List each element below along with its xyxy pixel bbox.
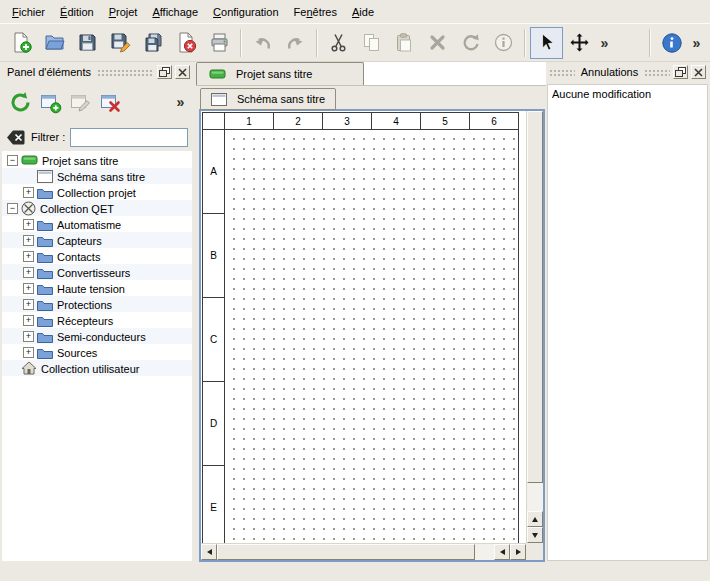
scroll-left-button[interactable] (201, 544, 217, 560)
tree-item-schema[interactable]: Schéma sans titre (2, 168, 192, 184)
save-as-icon (110, 32, 131, 53)
filter-input[interactable] (70, 128, 188, 147)
paste-button[interactable] (388, 27, 421, 59)
tree-item-collection-projet[interactable]: +Collection projet (2, 184, 192, 200)
float-dock-button[interactable] (673, 65, 688, 79)
select-cursor-icon (536, 32, 557, 53)
tab-label: Schéma sans titre (237, 93, 325, 105)
horizontal-scroll-track[interactable] (475, 544, 494, 560)
tree-item-projet[interactable]: −Projet sans titre (2, 152, 192, 168)
horizontal-scroll-thumb[interactable] (217, 544, 475, 560)
close-dock-button[interactable] (175, 65, 190, 79)
select-mode-button[interactable] (530, 27, 563, 59)
rotate-button[interactable] (454, 27, 487, 59)
tree-item-recepteurs[interactable]: +Récepteurs (2, 312, 192, 328)
menu-affichage[interactable]: Affichage (145, 2, 206, 22)
schema-icon (211, 93, 227, 106)
ruler-row: B (203, 214, 225, 298)
float-dock-button[interactable] (157, 65, 172, 79)
horizontal-scrollbar[interactable] (201, 543, 526, 560)
grid-dots[interactable] (225, 130, 519, 543)
diagram-view-frame: 1 2 3 4 5 6 A B C D E (199, 109, 545, 562)
collapse-expander-icon[interactable]: − (7, 203, 18, 214)
new-document-button[interactable] (5, 27, 38, 59)
undo-dock-titlebar[interactable]: Annulations (547, 63, 708, 81)
collapse-expander-icon[interactable]: − (7, 155, 18, 166)
vertical-scrollbar[interactable] (526, 111, 543, 543)
folder-icon (37, 218, 53, 231)
tree-item-haute-tension[interactable]: +Haute tension (2, 280, 192, 296)
expand-expander-icon[interactable]: + (23, 347, 34, 358)
move-arrows-icon (569, 32, 590, 53)
expand-expander-icon[interactable]: + (23, 187, 34, 198)
expand-expander-icon[interactable]: + (23, 219, 34, 230)
undo-empty-message: Aucune modification (552, 88, 703, 100)
menu-projet[interactable]: Projet (102, 2, 146, 22)
save-button[interactable] (71, 27, 104, 59)
delete-button[interactable] (421, 27, 454, 59)
info-button[interactable] (487, 27, 520, 59)
copy-button[interactable] (355, 27, 388, 59)
menu-fichier[interactable]: Fichier (5, 2, 53, 22)
menu-edition[interactable]: Édition (53, 2, 102, 22)
undo-button[interactable] (246, 27, 279, 59)
expand-expander-icon[interactable]: + (23, 299, 34, 310)
menu-aide[interactable]: Aide (345, 2, 382, 22)
open-button[interactable] (38, 27, 71, 59)
scroll-up-button[interactable] (527, 511, 543, 527)
tree-item-semi-conducteurs[interactable]: +Semi-conducteurs (2, 328, 192, 344)
new-element-button[interactable] (35, 87, 65, 117)
tab-schema-sans-titre[interactable]: Schéma sans titre (200, 88, 336, 110)
toolbar-separator (524, 29, 526, 57)
save-as-button[interactable] (104, 27, 137, 59)
move-mode-button[interactable] (563, 27, 596, 59)
about-button[interactable] (655, 27, 688, 59)
expand-expander-icon[interactable]: + (23, 283, 34, 294)
redo-button[interactable] (279, 27, 312, 59)
scroll-right-button[interactable] (510, 544, 526, 560)
cut-button[interactable] (322, 27, 355, 59)
tree-item-label: Collection projet (57, 186, 136, 199)
expand-expander-icon[interactable]: + (23, 267, 34, 278)
print-button[interactable] (203, 27, 236, 59)
tree-item-convertisseurs[interactable]: +Convertisseurs (2, 264, 192, 280)
ruler-corner (203, 113, 225, 130)
vertical-scroll-thumb[interactable] (527, 111, 543, 483)
reload-collections-button[interactable] (5, 87, 35, 117)
project-icon (21, 154, 38, 166)
expand-expander-icon[interactable]: + (23, 235, 34, 246)
toolbar-overflow-button[interactable]: » (596, 27, 613, 59)
save-all-button[interactable] (137, 27, 170, 59)
project-view: Schéma sans titre 1 2 3 4 5 6 A B C (196, 86, 546, 562)
scroll-down-button[interactable] (527, 527, 543, 543)
elements-tree[interactable]: −Projet sans titre Schéma sans titre +Co… (2, 151, 192, 561)
tree-item-collection-qet[interactable]: −Collection QET (2, 200, 192, 216)
menu-configuration[interactable]: Configuration (206, 2, 286, 22)
tree-item-contacts[interactable]: +Contacts (2, 248, 192, 264)
scroll-left-button-2[interactable] (494, 544, 510, 560)
panel-overflow-button[interactable]: » (172, 86, 189, 118)
close-file-button[interactable] (170, 27, 203, 59)
delete-element-button[interactable] (95, 87, 125, 117)
expand-expander-icon[interactable]: + (23, 315, 34, 326)
elements-panel-titlebar[interactable]: Panel d'éléments (2, 63, 192, 81)
diagram-canvas[interactable]: 1 2 3 4 5 6 A B C D E (201, 111, 526, 543)
close-dock-button[interactable] (691, 65, 706, 79)
menu-fenetres[interactable]: Fenêtres (287, 2, 345, 22)
expand-expander-icon[interactable]: + (23, 331, 34, 342)
tab-projet-sans-titre[interactable]: Projet sans titre (196, 62, 364, 85)
tree-item-collection-utilisateur[interactable]: Collection utilisateur (2, 360, 192, 376)
tree-item-capteurs[interactable]: +Capteurs (2, 232, 192, 248)
clear-filter-button[interactable] (6, 129, 26, 146)
undo-history-dock: Annulations Aucune modification (547, 63, 708, 561)
filter-row: Filtrer : (2, 123, 192, 151)
tree-item-automatisme[interactable]: +Automatisme (2, 216, 192, 232)
tree-item-sources[interactable]: +Sources (2, 344, 192, 360)
open-folder-icon (44, 32, 65, 53)
undo-history-list[interactable]: Aucune modification (547, 84, 708, 561)
tree-item-protections[interactable]: +Protections (2, 296, 192, 312)
expand-expander-icon[interactable]: + (23, 251, 34, 262)
edit-element-button[interactable] (65, 87, 95, 117)
toolbar-overflow-button-2[interactable]: » (688, 27, 705, 59)
vertical-scroll-track[interactable] (527, 483, 543, 511)
